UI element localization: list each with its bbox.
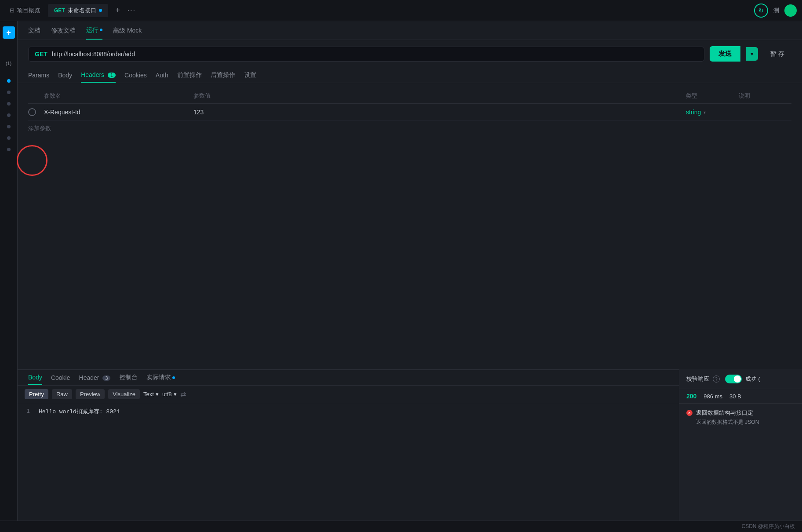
param-name-cell[interactable]: X-Request-Id: [44, 109, 193, 116]
sidebar-dot-1[interactable]: [7, 79, 11, 83]
error-content: 返回数据结构与接口定 返回的数据格式不是 JSON: [696, 409, 759, 426]
test-label: 测: [773, 7, 779, 15]
tab-modified-dot: [99, 9, 102, 12]
row-checkbox[interactable]: [28, 108, 44, 116]
top-bar-actions: ↻ 测: [754, 4, 797, 18]
col-param-name: 参数名: [44, 92, 193, 100]
radio-circle[interactable]: [28, 108, 36, 116]
status-code: 200: [686, 393, 696, 400]
tab-name: 未命名接口: [68, 7, 96, 15]
type-chevron-icon[interactable]: ▾: [704, 110, 706, 115]
sidebar-dot-2[interactable]: [7, 91, 11, 94]
col-description: 说明: [739, 92, 791, 100]
tab-run[interactable]: 运行: [86, 26, 102, 40]
validation-toggle[interactable]: [725, 375, 742, 383]
footer: CSDN @程序员小白板: [0, 521, 802, 532]
save-button[interactable]: 暂 存: [763, 47, 791, 62]
text-format-select[interactable]: Text ▾: [143, 391, 159, 397]
headers-table: 参数名 参数值 类型 说明 X-Request-Id 123 string ▾ …: [18, 83, 802, 143]
active-tab[interactable]: GET 未命名接口: [48, 4, 108, 17]
col-type: 类型: [686, 92, 739, 100]
tab-docs[interactable]: 文档: [28, 27, 40, 39]
format-preview-button[interactable]: Preview: [76, 389, 105, 399]
sidebar: + (1): [0, 21, 18, 532]
success-label: 成功 (: [745, 375, 760, 383]
req-tab-body[interactable]: Body: [58, 72, 72, 82]
send-button[interactable]: 发送: [710, 46, 740, 62]
error-item: × 返回数据结构与接口定 返回的数据格式不是 JSON: [686, 409, 795, 426]
url-text[interactable]: http://localhost:8088/order/add: [52, 51, 698, 58]
error-dot: ×: [686, 410, 693, 416]
headers-badge: 1: [108, 73, 116, 78]
user-avatar[interactable]: [784, 4, 797, 17]
add-param-button[interactable]: 添加参数: [28, 121, 791, 136]
new-tab-button[interactable]: +: [112, 4, 124, 17]
resp-tab-actual[interactable]: 实际请求: [146, 374, 175, 385]
col-param-value: 参数值: [193, 92, 686, 100]
grid-icon: ⊞: [10, 7, 15, 14]
request-tabs: Params Body Headers 1 Cookies Auth 前置操作 …: [18, 68, 802, 83]
error-title: 返回数据结构与接口定: [696, 409, 759, 417]
status-bar: 200 986 ms 30 B: [679, 389, 802, 404]
param-value-cell[interactable]: 123: [193, 109, 686, 116]
more-options-button[interactable]: ···: [128, 7, 136, 15]
sidebar-dots: [7, 79, 11, 151]
url-bar: GET http://localhost:8088/order/add 发送 ▾…: [18, 40, 802, 68]
resp-tab-console[interactable]: 控制台: [119, 374, 138, 385]
tab-edit-docs[interactable]: 修改文档: [51, 27, 76, 39]
tab-mock[interactable]: 高级 Mock: [113, 27, 142, 39]
encoding-select[interactable]: utf8 ▾: [162, 391, 177, 397]
project-overview[interactable]: ⊞ 项目概览: [5, 7, 44, 15]
encoding-chevron-icon: ▾: [174, 391, 177, 397]
validation-header: 校验响应 ? 成功 (: [679, 369, 802, 389]
sidebar-dot-5[interactable]: [7, 125, 11, 128]
req-tab-headers[interactable]: Headers 1: [81, 71, 116, 83]
response-time: 986 ms: [704, 393, 722, 400]
table-header: 参数名 参数值 类型 说明: [28, 90, 791, 104]
top-bar: ⊞ 项目概览 GET 未命名接口 + ··· ↻ 测: [0, 0, 802, 21]
format-pretty-button[interactable]: Pretty: [25, 389, 48, 399]
format-visualize-button[interactable]: Visualize: [108, 389, 140, 399]
run-dot: [100, 29, 102, 31]
validation-title: 校验响应: [686, 375, 709, 383]
sidebar-dot-4[interactable]: [7, 113, 11, 117]
header-badge: 3: [102, 375, 110, 381]
sidebar-count: (1): [6, 61, 11, 66]
send-dropdown-button[interactable]: ▾: [746, 47, 758, 61]
col-checkbox: [28, 92, 44, 100]
line-number-1: 1: [23, 408, 30, 414]
error-subtitle: 返回的数据格式不是 JSON: [696, 419, 759, 426]
question-icon[interactable]: ?: [713, 375, 720, 383]
resp-tab-header[interactable]: Header 3: [79, 374, 111, 385]
toggle-thumb: [734, 375, 741, 383]
footer-text: CSDN @程序员小白板: [741, 523, 795, 530]
method-label: GET: [35, 51, 47, 58]
req-tab-auth[interactable]: Auth: [156, 72, 168, 82]
project-label: 项目概览: [17, 7, 40, 15]
sidebar-dot-3[interactable]: [7, 102, 11, 106]
req-tab-settings[interactable]: 设置: [244, 71, 256, 83]
url-input-container[interactable]: GET http://localhost:8088/order/add: [28, 47, 704, 62]
wrap-icon[interactable]: ⇄: [180, 390, 186, 398]
sidebar-dot-6[interactable]: [7, 136, 11, 140]
table-row: X-Request-Id 123 string ▾: [28, 104, 791, 121]
req-tab-post-op[interactable]: 后置操作: [211, 71, 235, 83]
validation-errors: × 返回数据结构与接口定 返回的数据格式不是 JSON: [679, 404, 802, 435]
main-tab-bar: 文档 修改文档 运行 高级 Mock: [18, 21, 802, 40]
sidebar-dot-7[interactable]: [7, 148, 11, 151]
tab-method-badge: GET: [54, 7, 65, 14]
line-numbers: 1: [18, 408, 35, 528]
actual-dot: [172, 376, 175, 379]
sidebar-add-button[interactable]: +: [3, 26, 15, 39]
text-chevron-icon: ▾: [156, 391, 159, 397]
req-tab-pre-op[interactable]: 前置操作: [177, 71, 202, 83]
req-tab-cookies[interactable]: Cookies: [124, 72, 147, 82]
response-size: 30 B: [729, 393, 741, 400]
resp-tab-cookie[interactable]: Cookie: [51, 374, 70, 385]
req-tab-params[interactable]: Params: [28, 72, 49, 82]
resp-tab-body[interactable]: Body: [28, 374, 42, 385]
format-raw-button[interactable]: Raw: [52, 389, 72, 399]
param-type-cell[interactable]: string ▾: [686, 109, 739, 116]
error-x-icon: ×: [688, 411, 690, 415]
refresh-button[interactable]: ↻: [754, 4, 768, 18]
